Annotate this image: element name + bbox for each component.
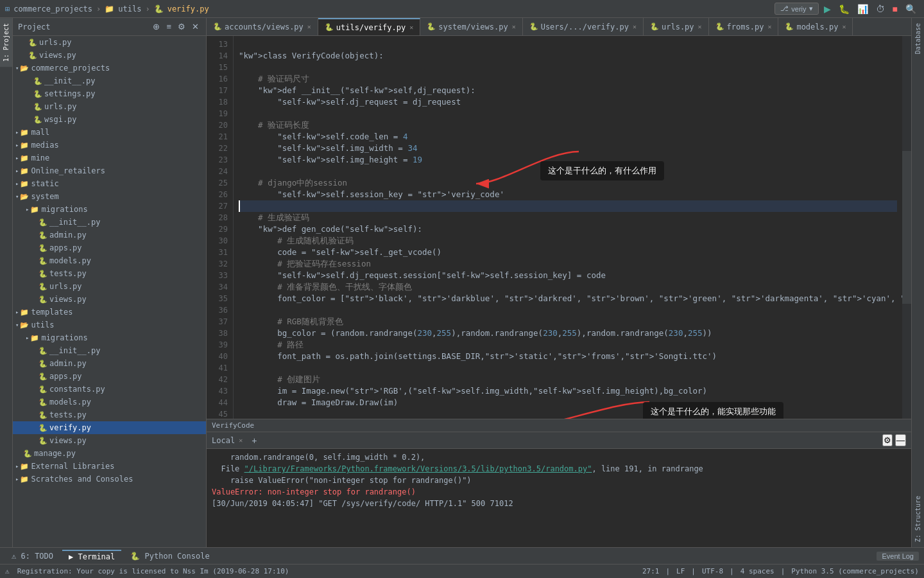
- tree-item-name: External Libraries: [31, 462, 114, 471]
- tree-item-views_sys[interactable]: 🐍views.py: [13, 293, 206, 306]
- tree-item-online_retailers_dir[interactable]: ▸📁Online_retailers: [13, 164, 206, 177]
- line-num-28: 28: [207, 212, 228, 223]
- tree-item-name: models.py: [49, 398, 91, 407]
- tab-0[interactable]: 🐍accounts/views.py✕: [207, 18, 318, 35]
- tree-item-init_py_cp[interactable]: 🐍__init__.py: [13, 74, 206, 87]
- tree-item-apps_sys[interactable]: 🐍apps.py: [13, 241, 206, 254]
- tree-item-constants_utils[interactable]: 🐍constants.py: [13, 383, 206, 396]
- sidebar-item-5-structure[interactable]: Z: Structure: [913, 491, 923, 547]
- tree-item-init_sys[interactable]: 🐍__init__.py: [13, 216, 206, 229]
- terminal-add-button[interactable]: +: [249, 435, 259, 446]
- tree-item-admin_sys[interactable]: 🐍admin.py: [13, 229, 206, 241]
- tree-item-urls_py_cp[interactable]: 🐍urls.py: [13, 100, 206, 113]
- tree-item-migrations_sys[interactable]: ▸📁migrations: [13, 203, 206, 216]
- tree-item-views_py_root[interactable]: 🐍views.py: [13, 49, 206, 62]
- tree-item-settings_py[interactable]: 🐍settings.py: [13, 87, 206, 100]
- tab-2[interactable]: 🐍system/views.py✕: [420, 18, 522, 35]
- tree-item-external_libs[interactable]: ▸📁External Libraries: [13, 460, 206, 473]
- topbar: ⊞ commerce_projects › 📁 utils › 🐍 verify…: [0, 0, 924, 18]
- debug-button[interactable]: 🐛: [836, 3, 852, 15]
- tree-item-system_dir[interactable]: ▾📂system: [13, 190, 206, 203]
- tree-item-views_utils[interactable]: 🐍views.py: [13, 434, 206, 447]
- tree-item-admin_utils[interactable]: 🐍admin.py: [13, 357, 206, 370]
- collapse-all-button[interactable]: ≡: [164, 21, 173, 32]
- tree-item-urls_sys[interactable]: 🐍urls.py: [13, 280, 206, 293]
- python-file-icon: 🐍: [38, 411, 47, 419]
- tab-close-button[interactable]: ✕: [698, 23, 702, 30]
- tree-item-templates_dir[interactable]: ▸📁templates: [13, 306, 206, 319]
- tab-close-button[interactable]: ✕: [512, 23, 516, 30]
- bottom-tab-terminal[interactable]: ▶ Terminal: [62, 550, 121, 563]
- folder-icon: 📁: [20, 308, 29, 317]
- tree-item-verify_utils[interactable]: 🐍verify.py: [13, 421, 206, 434]
- tree-item-commerce_projects_dir[interactable]: ▾📂commerce_projects: [13, 62, 206, 74]
- status-indent[interactable]: 4 spaces: [740, 567, 774, 575]
- tree-item-manage_py[interactable]: 🐍manage.py: [13, 447, 206, 460]
- coverage-button[interactable]: 📊: [855, 3, 871, 15]
- tab-1[interactable]: 🐍utils/verify.py✕: [318, 18, 420, 35]
- code-content[interactable]: "kw">class VerifyCode(object): # 验证码尺寸 "…: [234, 36, 902, 419]
- tree-item-tests_utils[interactable]: 🐍tests.py: [13, 408, 206, 421]
- terminal-link[interactable]: "/Library/Frameworks/Python.framework/Ve…: [244, 464, 592, 473]
- tree-item-apps_utils[interactable]: 🐍apps.py: [13, 370, 206, 383]
- tree-item-init_utils[interactable]: 🐍__init__.py: [13, 344, 206, 357]
- tab-6[interactable]: 🐍models.py✕: [778, 18, 853, 35]
- topbar-folder: utils: [118, 4, 141, 13]
- terminal-minimize-button[interactable]: —: [895, 434, 906, 446]
- search-icon[interactable]: 🔍: [903, 3, 919, 15]
- tree-item-utils_dir[interactable]: ▾📂utils: [13, 319, 206, 331]
- tab-3[interactable]: 🐍Users/.../verify.py✕: [523, 18, 644, 35]
- tree-item-migrations_utils[interactable]: ▸📁migrations: [13, 331, 206, 344]
- tree-item-name: __init__.py: [49, 346, 100, 355]
- terminal-local-label: Local: [212, 436, 235, 445]
- tree-item-mall_dir[interactable]: ▸📁mall: [13, 126, 206, 139]
- python-file-icon: 🐍: [38, 437, 47, 445]
- hide-panel-button[interactable]: ✕: [190, 21, 201, 32]
- terminal-settings-icon[interactable]: ⚙: [882, 434, 893, 446]
- tab-close-button[interactable]: ✕: [767, 23, 771, 30]
- tree-item-name: apps.py: [49, 243, 82, 252]
- code-line-25: # django中的session: [239, 177, 897, 189]
- bottom-tab-todo[interactable]: ⚠ 6: TODO: [5, 550, 60, 562]
- tree-item-scratches[interactable]: ▸📁Scratches and Consoles: [13, 473, 206, 486]
- status-python[interactable]: Python 3.5 (commerce_projects): [791, 567, 919, 575]
- line-num-26: 26: [207, 189, 228, 200]
- line-numbers: 1314151617181920212223242526272829303132…: [207, 36, 234, 419]
- tree-item-static_dir[interactable]: ▸📁static: [13, 177, 206, 190]
- bottom-tab-python-console[interactable]: 🐍 Python Console: [124, 550, 216, 562]
- status-position[interactable]: 27:1: [642, 567, 660, 575]
- status-encoding[interactable]: UTF-8: [702, 567, 723, 575]
- branch-button[interactable]: ⎇ veriy ▾: [774, 3, 818, 15]
- tree-item-mine_dir[interactable]: ▸📁mine: [13, 152, 206, 164]
- tree-item-models_utils[interactable]: 🐍models.py: [13, 396, 206, 408]
- tab-5[interactable]: 🐍froms.py✕: [709, 18, 779, 35]
- tab-close-button[interactable]: ✕: [842, 23, 846, 30]
- tab-4[interactable]: 🐍urls.py✕: [644, 18, 709, 35]
- terminal-line-0: random.randrange(0, self.img_width * 0.2…: [212, 451, 906, 463]
- tree-item-urls_py_root[interactable]: 🐍urls.py: [13, 36, 206, 49]
- sidebar-item-database[interactable]: Database: [913, 18, 923, 59]
- tree-item-tests_sys[interactable]: 🐍tests.py: [13, 267, 206, 280]
- tab-py-icon: 🐍: [325, 23, 334, 31]
- event-log-button[interactable]: Event Log: [877, 552, 919, 561]
- tree-item-models_sys[interactable]: 🐍models.py: [13, 254, 206, 267]
- force-stop-button[interactable]: ■: [890, 3, 900, 15]
- profiler-button[interactable]: ⏱: [873, 3, 887, 15]
- code-line-26: "self-kw">self.session_key = "str">'veri…: [239, 189, 897, 200]
- terminal-local-close[interactable]: ✕: [239, 437, 243, 444]
- tab-close-button[interactable]: ✕: [409, 24, 413, 31]
- sidebar-item-project[interactable]: 1: Project: [0, 18, 12, 67]
- tree-item-wsgi_py[interactable]: 🐍wsgi.py: [13, 113, 206, 126]
- status-lf[interactable]: LF: [676, 567, 685, 575]
- settings-icon[interactable]: ⚙: [176, 21, 187, 32]
- tab-close-button[interactable]: ✕: [633, 23, 637, 30]
- minimap[interactable]: [902, 36, 911, 419]
- add-scope-button[interactable]: ⊕: [151, 21, 162, 32]
- tree-item-medias_dir[interactable]: ▸📁medias: [13, 139, 206, 152]
- warning-icon: ⚠: [5, 567, 10, 575]
- tree-item-name: admin.py: [49, 359, 87, 368]
- tab-close-button[interactable]: ✕: [307, 23, 311, 30]
- run-button[interactable]: ▶: [821, 3, 834, 15]
- folder-arrow: ▸: [26, 206, 29, 213]
- line-num-30: 30: [207, 235, 228, 247]
